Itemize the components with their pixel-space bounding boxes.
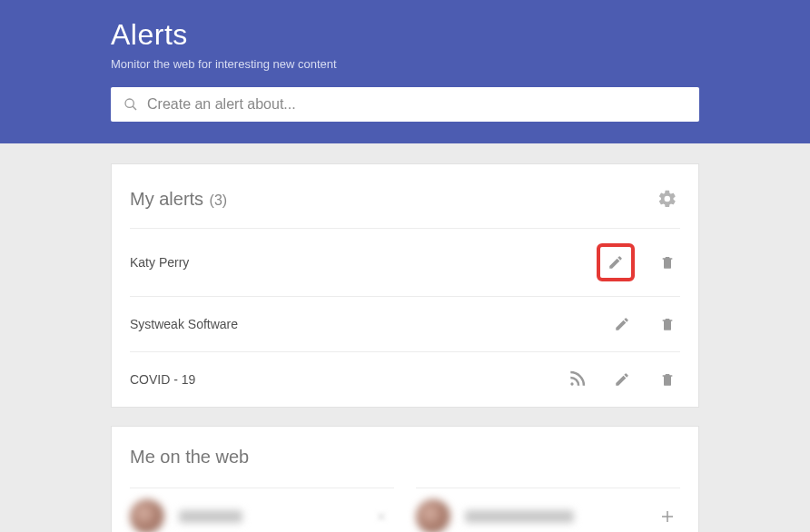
add-button[interactable] (655, 504, 680, 529)
pencil-icon (614, 316, 630, 332)
plus-icon (659, 508, 676, 525)
delete-button[interactable] (655, 311, 680, 337)
web-item[interactable] (416, 488, 680, 532)
rss-button[interactable] (564, 367, 589, 392)
edit-button[interactable] (604, 250, 627, 275)
svg-point-0 (125, 99, 133, 107)
edit-button[interactable] (609, 367, 635, 392)
delete-button[interactable] (655, 367, 680, 392)
web-item[interactable] (130, 488, 394, 532)
settings-button[interactable] (655, 186, 680, 212)
pencil-icon (608, 254, 624, 271)
avatar (416, 499, 450, 532)
me-on-web-title: Me on the web (130, 447, 249, 468)
delete-button[interactable] (655, 250, 680, 275)
search-input[interactable] (147, 96, 687, 113)
trash-icon (660, 371, 675, 388)
search-icon (123, 97, 138, 112)
svg-line-1 (133, 106, 136, 110)
page-title: Alerts (111, 18, 699, 52)
trash-icon (660, 316, 675, 332)
pencil-icon (614, 371, 630, 388)
alert-row: Katy Perry (130, 228, 680, 296)
edit-button[interactable] (609, 311, 635, 337)
my-alerts-title: My alerts (130, 189, 203, 209)
svg-point-2 (570, 382, 573, 385)
alert-name[interactable]: Katy Perry (130, 255, 597, 270)
edit-highlight (597, 243, 635, 281)
rss-icon (568, 370, 586, 389)
item-action[interactable] (369, 504, 394, 529)
blurred-name (179, 510, 242, 523)
alert-row: COVID - 19 (130, 351, 680, 407)
blurred-name (465, 510, 574, 523)
alert-name[interactable]: Systweak Software (130, 317, 609, 331)
my-alerts-count: (3) (210, 192, 228, 208)
alert-row: Systweak Software (130, 296, 680, 351)
header: Alerts Monitor the web for interesting n… (0, 0, 810, 143)
page-subtitle: Monitor the web for interesting new cont… (111, 57, 699, 71)
me-on-web-card: Me on the web (111, 426, 699, 532)
alert-name[interactable]: COVID - 19 (130, 372, 564, 387)
trash-icon (660, 254, 675, 271)
avatar (130, 499, 164, 532)
gear-icon (657, 189, 677, 209)
close-icon (375, 510, 388, 523)
my-alerts-card: My alerts (3) Katy Perry (111, 163, 699, 408)
search-box[interactable] (111, 87, 699, 122)
